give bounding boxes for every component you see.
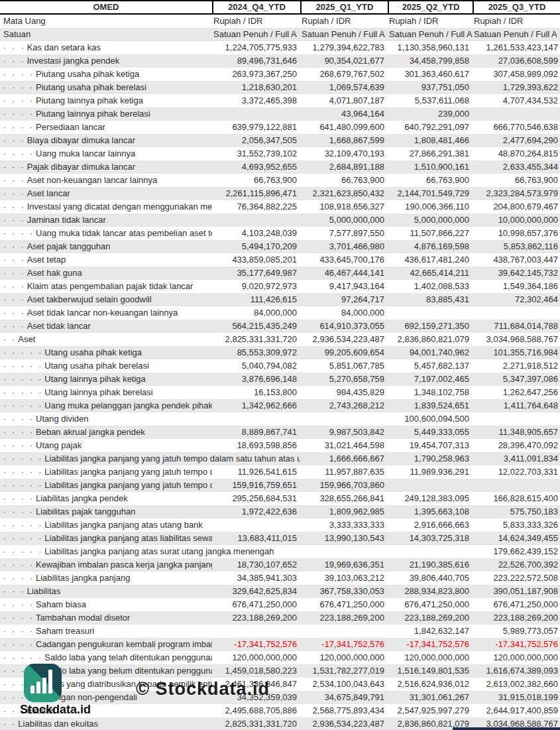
row-label-text: Kewajiban imbalan pasca kerja jangka pan… xyxy=(36,560,212,570)
cell-value: 90,354,021,677 xyxy=(300,54,388,68)
row-label: · · ·Aset lancar xyxy=(3,187,70,200)
row-label-text: Liabilitas dan ekuitas xyxy=(18,719,98,729)
row-label: · · · · ·Liabilitas jangka panjang atas … xyxy=(3,545,274,558)
cell-value: 166,828,615,400 xyxy=(473,492,560,505)
cell-value: 94,001,740,962 xyxy=(388,346,473,359)
cell-value: 84,000,000 xyxy=(300,306,388,320)
row-label-text: Utang pajak xyxy=(36,440,82,450)
indent-dots: · · · xyxy=(3,43,26,52)
row-label-text: Aset takberwujud selain goodwill xyxy=(27,294,152,304)
cell-value: 21,190,385,616 xyxy=(388,558,473,572)
cell-value: 5,270,658,759 xyxy=(300,373,388,386)
table-row: · · · · ·Liabilitas jangka panjang yang … xyxy=(0,479,560,492)
indent-dots: · · · · · xyxy=(3,653,43,662)
indent-dots: · · · · xyxy=(3,613,34,623)
cell-value: 4,876,169,598 xyxy=(388,240,473,253)
row-label: · · · ·Piutang usaha pihak ketiga xyxy=(3,68,139,81)
meta-cell: Rupiah / IDR xyxy=(388,15,473,28)
cell-value: 4,693,952,655 xyxy=(212,160,300,174)
table-row: · · · ·Piutang usaha pihak berelasi1,218… xyxy=(0,81,560,94)
row-label-text: Satuan xyxy=(3,29,30,39)
header-company: OMED xyxy=(0,1,212,13)
cell-value xyxy=(212,518,300,532)
header-period-2025-q1: 2025_Q1_YTD xyxy=(300,1,388,13)
cell-value: 2,568,775,893,434 xyxy=(300,704,388,717)
row-label-text: Saldo laba yang belum ditentukan penggun… xyxy=(44,666,212,676)
indent-dots: · · · · xyxy=(3,441,34,450)
row-label: · ·Liabilitas dan ekuitas xyxy=(3,717,98,730)
cell-value: 3,411,091,834 xyxy=(473,452,560,465)
row-label-text: Liabilitas jangka panjang xyxy=(36,573,130,583)
indent-dots: · · · · xyxy=(3,627,34,636)
cell-value: 159,966,703,860 xyxy=(300,479,388,492)
cell-value: 641,480,099,600 xyxy=(300,121,388,134)
indent-dots: · · · xyxy=(3,322,26,331)
cell-value xyxy=(300,412,388,426)
row-label-text: Uang muka pelanggan jangka pendek pihak … xyxy=(44,400,212,410)
cell-value: 19,454,707,313 xyxy=(388,439,473,452)
header-period-2025-q3: 2025_Q3_YTD xyxy=(473,1,560,13)
stockdata-logo-icon xyxy=(24,664,62,702)
table-row: SatuanSatuan Penuh / Full ASatuan Penuh … xyxy=(0,28,560,41)
table-row: · · · · ·Uang muka pelanggan jangka pend… xyxy=(0,399,560,412)
cell-value: 19,969,636,351 xyxy=(300,558,388,572)
row-label-text: Pajak dibayar dimuka lancar xyxy=(27,162,135,172)
cell-value: 1,549,364,186 xyxy=(473,280,560,293)
indent-dots: · · · · xyxy=(3,414,34,424)
cell-value: 1,342,962,666 xyxy=(212,399,300,412)
cell-value: 223,188,269,200 xyxy=(473,611,560,625)
cell-value xyxy=(212,412,300,426)
indent-dots: · · · · xyxy=(3,123,34,132)
row-label-text: Cadangan pengukuran kembali program imba… xyxy=(36,639,212,649)
cell-value: 2,144,701,549,729 xyxy=(388,187,473,200)
table-row: · · · ·Piutang lainnya pihak ketiga3,372… xyxy=(0,94,560,107)
row-label-text: Persediaan lancar xyxy=(36,122,105,132)
row-label: · · ·Jaminan tidak lancar xyxy=(3,213,106,227)
row-label-text: Liabilitas xyxy=(27,586,61,596)
cell-value: 249,128,383,095 xyxy=(388,492,473,505)
cell-value: 5,000,000,000 xyxy=(300,213,388,227)
indent-dots: · · · · · xyxy=(3,388,43,397)
cell-value: 9,417,943,164 xyxy=(300,280,388,293)
row-label-text: Biaya dibayar dimuka lancar xyxy=(27,135,135,145)
indent-dots: · · · xyxy=(3,189,26,198)
cell-value: 640,792,291,097 xyxy=(388,121,473,134)
cell-value: 2,825,331,331,720 xyxy=(212,717,300,730)
cell-value: 288,934,823,800 xyxy=(388,585,473,598)
cell-value: 301,363,460,617 xyxy=(388,68,473,81)
row-label: · · · ·Persediaan lancar xyxy=(3,121,105,134)
row-label-text: Liabilitas pajak tangguhan xyxy=(36,507,135,517)
row-label-text: Aset xyxy=(18,334,35,344)
cell-value: 89,496,731,646 xyxy=(212,54,300,68)
cell-value: 2,547,925,997,279 xyxy=(388,704,473,717)
indent-dots: · · · · · xyxy=(3,547,43,556)
row-label: · · · ·Tambahan modal disetor xyxy=(3,611,130,625)
cell-value: 97,264,717 xyxy=(300,293,388,306)
cell-value: 5,853,862,116 xyxy=(473,240,560,253)
cell-value: 2,633,455,344 xyxy=(473,160,560,174)
cell-value: 329,642,625,834 xyxy=(212,585,300,598)
table-row: · · · ·Kewajiban imbalan pasca kerja jan… xyxy=(0,558,560,572)
row-label: · · ·Aset hak guna xyxy=(3,267,82,280)
cell-value: 2,323,284,573,979 xyxy=(473,187,560,200)
row-label: · · · · ·Liabilitas jangka panjang yang … xyxy=(3,479,212,492)
row-label: · · · ·Piutang usaha pihak berelasi xyxy=(3,81,146,94)
cell-value: 12,022,703,331 xyxy=(473,465,560,479)
cell-value: 5,000,000,000 xyxy=(388,213,473,227)
cell-value: 1,531,782,277,019 xyxy=(300,664,388,678)
indent-dots: · · · · · xyxy=(3,401,43,410)
cell-value: 2,613,002,382,660 xyxy=(473,678,560,691)
cell-value: 676,471,250,000 xyxy=(212,598,300,611)
indent-dots: · · xyxy=(3,335,17,344)
table-row: · · · ·Saham treasuri1,842,632,1475,989,… xyxy=(0,625,560,638)
row-label-text: Aset pajak tangguhan xyxy=(27,241,111,251)
row-label-text: Utang usaha pihak ketiga xyxy=(44,347,142,357)
table-row: · · · ·Uang muka lancar lainnya31,552,73… xyxy=(0,147,560,160)
cell-value: 159,916,759,651 xyxy=(212,479,300,492)
cell-value: 328,655,266,841 xyxy=(300,492,388,505)
table-row: · · · ·Saham biasa676,471,250,000676,471… xyxy=(0,598,560,611)
table-row: · · ·Aset pajak tangguhan5,494,170,2093,… xyxy=(0,240,560,253)
cell-value: 85,553,309,972 xyxy=(212,346,300,359)
header-period-2024-q4: 2024_Q4_YTD xyxy=(212,1,300,13)
meta-cell: Rupiah / IDR xyxy=(300,15,388,28)
